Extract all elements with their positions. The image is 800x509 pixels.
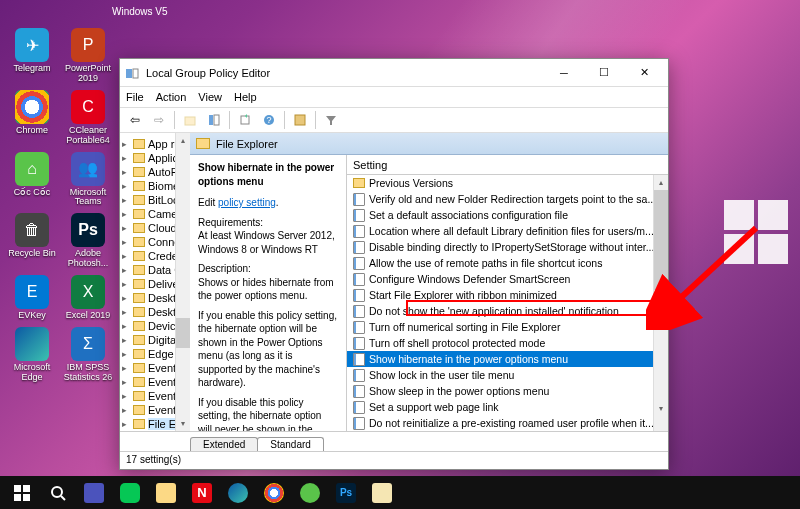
status-bar: 17 setting(s)	[120, 451, 668, 469]
menu-help[interactable]: Help	[234, 91, 257, 103]
setting-row[interactable]: Configure Windows Defender SmartScreen	[347, 271, 668, 287]
description-pane: Show hibernate in the power options menu…	[190, 155, 346, 431]
svg-rect-13	[23, 494, 30, 501]
show-hide-tree-button[interactable]	[203, 110, 225, 130]
taskbar-photoshop[interactable]: Ps	[328, 476, 364, 509]
policy-icon	[353, 385, 365, 397]
titlebar[interactable]: Local Group Policy Editor ─ ☐ ✕	[120, 59, 668, 87]
maximize-button[interactable]: ☐	[584, 60, 624, 86]
properties-button[interactable]	[289, 110, 311, 130]
edit-policy-link[interactable]: policy setting	[218, 197, 276, 208]
menu-view[interactable]: View	[198, 91, 222, 103]
setting-row[interactable]: Set a default associations configuration…	[347, 207, 668, 223]
folder-icon	[196, 138, 210, 149]
help-button[interactable]: ?	[258, 110, 280, 130]
menubar: FileActionViewHelp	[120, 87, 668, 107]
desktop-icon-telegram[interactable]: ✈Telegram	[6, 28, 58, 84]
policy-icon	[353, 369, 365, 381]
desktop-icon-c-c-c-c[interactable]: ⌂Cốc Cốc	[6, 152, 58, 208]
up-button[interactable]	[179, 110, 201, 130]
desktop-icon-excel-2019[interactable]: XExcel 2019	[62, 275, 114, 321]
setting-row[interactable]: Location where all default Library defin…	[347, 223, 668, 239]
export-button[interactable]	[234, 110, 256, 130]
desktop-icon-evkey[interactable]: EEVKey	[6, 275, 58, 321]
settings-list[interactable]: Previous VersionsVerify old and new Fold…	[347, 175, 668, 431]
settings-column-header[interactable]: Setting	[347, 155, 668, 175]
setting-row[interactable]: Show lock in the user tile menu	[347, 367, 668, 383]
svg-rect-0	[126, 69, 132, 78]
close-button[interactable]: ✕	[624, 60, 664, 86]
svg-rect-10	[14, 485, 21, 492]
setting-row[interactable]: Set a support web page link	[347, 399, 668, 415]
menu-action[interactable]: Action	[156, 91, 187, 103]
tab-extended[interactable]: Extended	[190, 437, 258, 451]
policy-icon	[353, 337, 365, 349]
policy-icon	[353, 417, 365, 429]
setting-label: Verify old and new Folder Redirection ta…	[369, 193, 656, 205]
minimize-button[interactable]: ─	[544, 60, 584, 86]
taskbar-coccoc[interactable]	[292, 476, 328, 509]
setting-row[interactable]: Do not reinitialize a pre-existing roame…	[347, 415, 668, 431]
setting-row[interactable]: Allow the use of remote paths in file sh…	[347, 255, 668, 271]
desktop-icon-microsoft-teams[interactable]: 👥Microsoft Teams	[62, 152, 114, 208]
taskbar-edge[interactable]	[220, 476, 256, 509]
window-title: Local Group Policy Editor	[146, 67, 544, 79]
tab-standard[interactable]: Standard	[257, 437, 324, 451]
taskbar-notepad[interactable]	[364, 476, 400, 509]
svg-rect-11	[23, 485, 30, 492]
desktop-icon-microsoft-edge[interactable]: Microsoft Edge	[6, 327, 58, 383]
svg-rect-8	[295, 115, 305, 125]
desktop-icon-chrome[interactable]: Chrome	[6, 90, 58, 146]
nav-tree[interactable]: ▴▾ ▸App ru▸Applic▸AutoPl▸Biome▸BitLoc▸Ca…	[120, 133, 190, 431]
setting-label: Show sleep in the power options menu	[369, 385, 549, 397]
setting-row[interactable]: Turn off numerical sorting in File Explo…	[347, 319, 668, 335]
setting-label: Configure Windows Defender SmartScreen	[369, 273, 570, 285]
desktop-icon-adobe-photosh-[interactable]: PsAdobe Photosh...	[62, 213, 114, 269]
svg-point-14	[52, 487, 62, 497]
forward-button[interactable]: ⇨	[148, 110, 170, 130]
policy-icon	[353, 305, 365, 317]
setting-row[interactable]: Previous Versions	[347, 175, 668, 191]
taskbar-teams[interactable]	[76, 476, 112, 509]
setting-label: Location where all default Library defin…	[369, 225, 654, 237]
svg-rect-2	[185, 117, 195, 125]
desktop-icon-ccleaner-portable64[interactable]: CCCleaner Portable64	[62, 90, 114, 146]
desktop-icon-powerpoint-2019[interactable]: PPowerPoint 2019	[62, 28, 114, 84]
setting-row[interactable]: Verify old and new Folder Redirection ta…	[347, 191, 668, 207]
setting-label: Allow the use of remote paths in file sh…	[369, 257, 602, 269]
svg-text:?: ?	[266, 115, 271, 125]
setting-row[interactable]: Show sleep in the power options menu	[347, 383, 668, 399]
setting-row[interactable]: Disable binding directly to IPropertySet…	[347, 239, 668, 255]
desktop-icon-recycle-bin[interactable]: 🗑Recycle Bin	[6, 213, 58, 269]
taskbar-chrome[interactable]	[256, 476, 292, 509]
setting-row[interactable]: Start File Explorer with ribbon minimize…	[347, 287, 668, 303]
taskbar-line[interactable]	[112, 476, 148, 509]
menu-file[interactable]: File	[126, 91, 144, 103]
policy-icon	[353, 353, 365, 365]
setting-row[interactable]: Turn off shell protocol protected mode	[347, 335, 668, 351]
settings-scrollbar-v[interactable]: ▴▾	[653, 175, 668, 431]
desktop-icon-ibm-spss-statistics-26[interactable]: ΣIBM SPSS Statistics 26	[62, 327, 114, 383]
filter-button[interactable]	[320, 110, 342, 130]
taskbar[interactable]: N Ps	[0, 476, 800, 509]
tree-scrollbar[interactable]: ▴▾	[175, 133, 190, 431]
setting-label: Previous Versions	[369, 177, 453, 189]
content-header: File Explorer	[190, 133, 668, 155]
search-button[interactable]	[40, 476, 76, 509]
taskbar-netflix[interactable]: N	[184, 476, 220, 509]
header-folder-name: File Explorer	[216, 138, 278, 150]
back-button[interactable]: ⇦	[124, 110, 146, 130]
setting-label: Disable binding directly to IPropertySet…	[369, 241, 654, 253]
setting-row[interactable]: Show hibernate in the power options menu	[347, 351, 668, 367]
setting-label: Set a support web page link	[369, 401, 499, 413]
setting-row[interactable]: Do not show the 'new application install…	[347, 303, 668, 319]
toolbar: ⇦ ⇨ ?	[120, 107, 668, 133]
start-button[interactable]	[4, 476, 40, 509]
policy-icon	[353, 209, 365, 221]
taskbar-explorer[interactable]	[148, 476, 184, 509]
settings-pane: Setting Previous VersionsVerify old and …	[346, 155, 668, 431]
setting-label: Show hibernate in the power options menu	[369, 353, 568, 365]
svg-rect-5	[241, 116, 249, 124]
setting-label: Start File Explorer with ribbon minimize…	[369, 289, 557, 301]
setting-label: Do not show the 'new application install…	[369, 305, 619, 317]
